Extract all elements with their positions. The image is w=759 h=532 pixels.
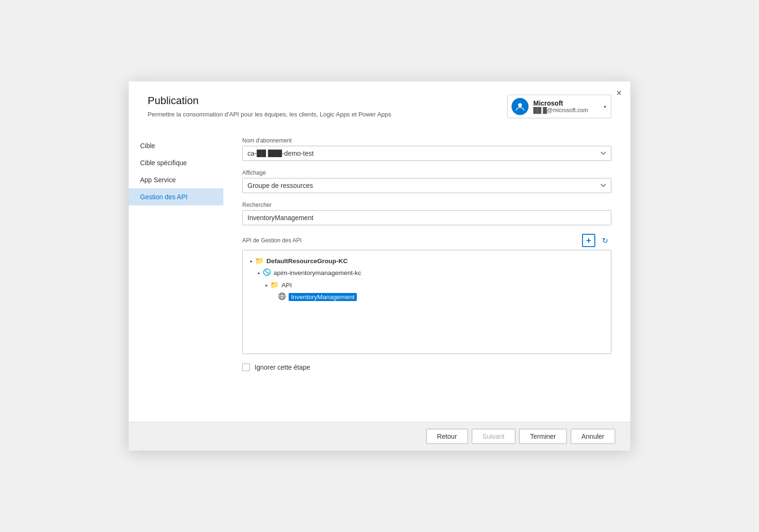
dialog-header: Publication Permettre la consommation d'…: [129, 81, 630, 126]
sidebar-item-gestion-api[interactable]: Gestion des API: [129, 188, 223, 205]
affichage-select[interactable]: Groupe de ressources: [242, 178, 611, 193]
tree-item-group[interactable]: ▸ 📁 DefaultResourceGroup-KC: [243, 255, 611, 266]
tree-item-api-label: API: [282, 282, 292, 289]
tree-toggle-api: ▸: [263, 283, 270, 288]
dialog-title: Publication: [148, 95, 507, 107]
dialog-footer: Retour Suivant Terminer Annuler: [129, 422, 630, 451]
sidebar-item-app-service[interactable]: App Service: [129, 171, 223, 188]
svg-point-2: [266, 272, 268, 273]
affichage-label: Affichage: [242, 169, 611, 176]
globe-icon: [278, 292, 286, 302]
close-button[interactable]: ×: [616, 88, 622, 98]
tree-item-inventory[interactable]: InventoryManagement: [243, 291, 611, 303]
finish-button[interactable]: Terminer: [519, 429, 566, 444]
tree-item-label: DefaultResourceGroup-KC: [266, 257, 348, 265]
tree-refresh-button[interactable]: ↻: [598, 234, 611, 247]
back-button[interactable]: Retour: [426, 429, 468, 444]
ignore-row: Ignorer cette étape: [242, 364, 611, 371]
dialog-body: Cible Cible spécifique App Service Gesti…: [129, 126, 630, 422]
sidebar-item-cible[interactable]: Cible: [129, 137, 223, 154]
title-area: Publication Permettre la consommation d'…: [148, 95, 507, 118]
tree-item-apim[interactable]: ▸ apim-inventorymanagement-kc: [243, 266, 611, 279]
avatar: [512, 98, 529, 115]
cancel-button[interactable]: Annuler: [571, 429, 615, 444]
search-label: Rechercher: [242, 202, 611, 208]
ignore-checkbox[interactable]: [242, 364, 250, 371]
subscription-group: Nom d'abonnement ca-██ ███-demo-test: [242, 137, 611, 161]
subscription-label: Nom d'abonnement: [242, 137, 611, 144]
tree-container: ▸ 📁 DefaultResourceGroup-KC ▸: [242, 250, 611, 354]
tree-toggle-inv: [270, 294, 278, 300]
tree-item-apim-label: apim-inventorymanagement-kc: [274, 269, 361, 276]
sidebar-item-cible-specifique[interactable]: Cible spécifique: [129, 154, 223, 171]
tree-section-label: API de Gestion des API: [242, 237, 301, 244]
tree-item-api-folder[interactable]: ▸ 📁 API: [243, 279, 611, 291]
tree-item-inventory-label: InventoryManagement: [289, 293, 357, 301]
tree-add-button[interactable]: +: [582, 234, 595, 247]
tree-section-header: API de Gestion des API + ↻: [242, 234, 611, 247]
tree-toggle-apim: ▸: [255, 270, 263, 275]
search-input[interactable]: [242, 210, 611, 225]
search-group: Rechercher: [242, 202, 611, 225]
chevron-down-icon: ▾: [604, 104, 606, 109]
sidebar: Cible Cible spécifique App Service Gesti…: [129, 126, 223, 422]
tree-toggle: ▸: [247, 258, 255, 264]
subscription-select[interactable]: ca-██ ███-demo-test: [242, 146, 611, 161]
tree-actions: + ↻: [582, 234, 611, 247]
svg-point-0: [518, 103, 522, 107]
account-badge[interactable]: Microsoft ██ █@microsoft.com ▾: [507, 95, 611, 118]
main-content: Nom d'abonnement ca-██ ███-demo-test Aff…: [223, 126, 630, 422]
account-info: Microsoft ██ █@microsoft.com: [533, 99, 596, 114]
folder-icon: 📁: [255, 257, 264, 265]
dialog-subtitle: Permettre la consommation d'API pour les…: [148, 111, 507, 118]
api-folder-icon: 📁: [270, 281, 279, 289]
account-email: ██ █@microsoft.com: [533, 107, 596, 114]
api-management-icon: [263, 268, 271, 278]
account-name: Microsoft: [533, 99, 596, 107]
affichage-group: Affichage Groupe de ressources: [242, 169, 611, 193]
next-button[interactable]: Suivant: [472, 429, 516, 444]
ignore-label: Ignorer cette étape: [255, 364, 310, 371]
